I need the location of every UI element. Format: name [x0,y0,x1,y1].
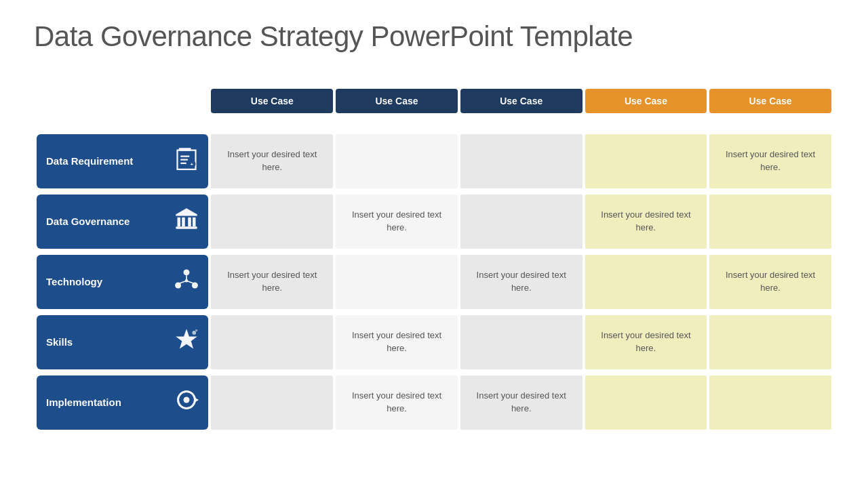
cell-r0-c2 [460,132,583,190]
slide-title: Data Governance Strategy PowerPoint Temp… [34,20,834,53]
cell-r0-c1 [336,132,458,190]
svg-rect-8 [189,218,192,227]
header-col5: Use Case [709,72,831,129]
cell-r1-c3: Insert your desired text here. [585,192,707,250]
svg-rect-10 [176,226,198,228]
cell-r2-c2: Insert your desired text here. [460,253,583,310]
row-icon [174,207,199,236]
cell-r1-c1: Insert your desired text here. [336,192,458,250]
table-row: Technology Insert your desired text here… [37,253,831,310]
table-row: Data Governance Insert your desired text… [37,192,831,250]
svg-rect-9 [193,218,196,227]
row-header-implementation: Implementation [37,373,208,431]
header-col4: Use Case [585,72,707,129]
row-header-data-governance: Data Governance [37,192,208,250]
cell-r3-c3: Insert your desired text here. [585,313,707,371]
table-row: Skills Insert your desired text here.Ins… [37,313,831,371]
header-col1: Use Case [211,72,333,129]
svg-point-19 [193,331,197,335]
row-icon [174,327,199,357]
svg-point-11 [184,269,190,275]
svg-rect-2 [180,159,188,161]
table-row: Implementation Insert your desired text … [37,373,831,431]
cell-r4-c0 [211,373,333,431]
cell-r4-c1: Insert your desired text here. [336,373,458,431]
row-label: Data Requirement [46,155,133,168]
cell-r3-c2 [460,313,583,371]
cell-r1-c0 [211,192,333,250]
svg-marker-22 [195,398,199,403]
row-label: Data Governance [46,215,130,228]
svg-rect-3 [180,163,186,164]
svg-point-17 [185,279,189,283]
header-empty [37,72,208,129]
cell-r2-c1 [336,253,458,310]
svg-rect-6 [178,218,181,227]
header-row: Use Case Use Case Use Case [37,72,831,129]
row-header-data-requirement: Data Requirement + [37,132,208,190]
cell-r1-c4 [709,192,831,250]
cell-r2-c3 [585,253,707,310]
slide: Data Governance Strategy PowerPoint Temp… [0,0,868,488]
svg-text:+: + [191,161,194,167]
svg-rect-1 [180,156,190,157]
row-icon: + [174,146,199,176]
svg-rect-7 [182,218,186,227]
cell-r2-c0: Insert your desired text here. [211,253,333,310]
row-label: Skills [46,336,73,349]
cell-r0-c4: Insert your desired text here. [709,132,831,190]
cell-r3-c4 [709,313,831,371]
cell-r0-c3 [585,132,707,190]
cell-r0-c0: Insert your desired text here. [211,132,333,190]
row-label: Implementation [46,396,121,409]
table-wrapper: Use Case Use Case Use Case [34,69,834,434]
cell-r2-c4: Insert your desired text here. [709,253,831,310]
header-col3: Use Case [460,72,583,129]
svg-point-23 [184,397,190,403]
cell-r4-c2: Insert your desired text here. [460,373,583,431]
row-icon [174,388,199,417]
main-table: Use Case Use Case Use Case [34,69,834,434]
cell-r3-c1: Insert your desired text here. [336,313,458,371]
table-row: Data Requirement + Insert your desired t… [37,132,831,190]
row-header-technology: Technology [37,253,208,310]
row-header-skills: Skills [37,313,208,371]
header-col2: Use Case [336,72,458,129]
cell-r4-c3 [585,373,707,431]
svg-point-20 [195,329,197,331]
cell-r4-c4 [709,373,831,431]
cell-r1-c2 [460,192,583,250]
cell-r3-c0 [211,313,333,371]
row-icon [174,267,199,296]
row-label: Technology [46,275,102,289]
